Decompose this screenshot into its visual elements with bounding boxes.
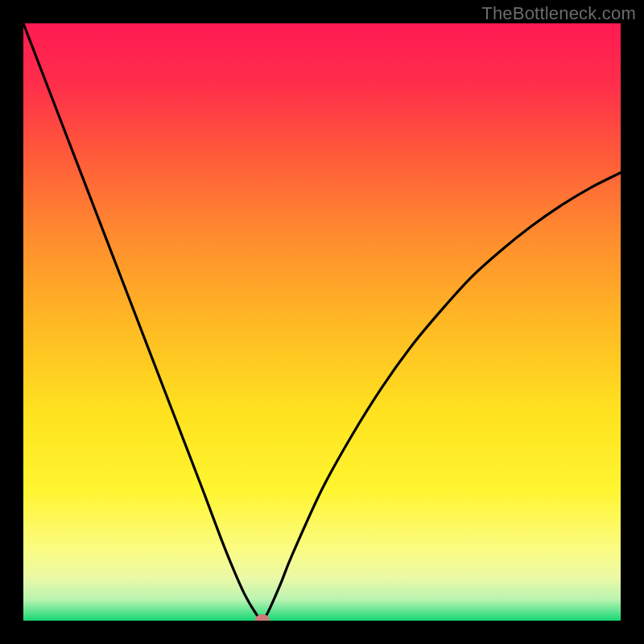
watermark-text: TheBottleneck.com — [481, 3, 636, 24]
gradient-bg — [23, 23, 621, 621]
bottleneck-chart — [23, 23, 621, 621]
chart-frame: TheBottleneck.com — [0, 0, 644, 644]
